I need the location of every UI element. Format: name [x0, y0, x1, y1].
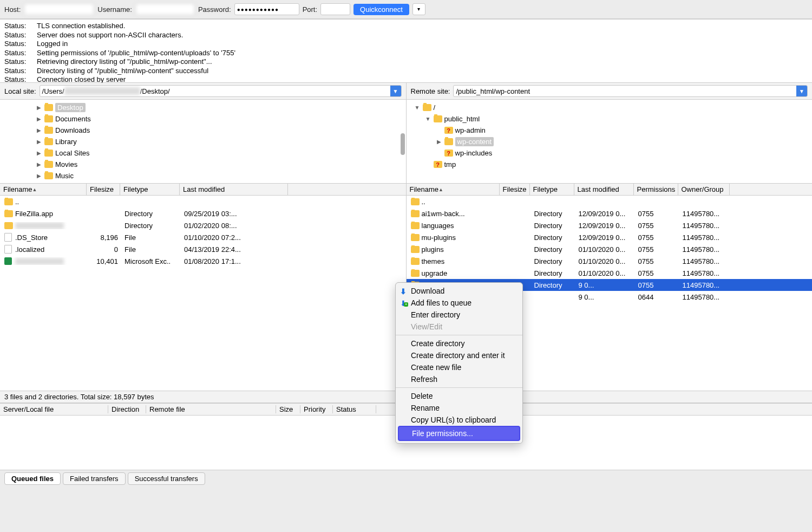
file-owner: 11495780...	[679, 269, 731, 277]
password-input[interactable]	[234, 3, 299, 15]
tab-successful-transfers[interactable]: Successful transfers	[128, 472, 205, 485]
tree-row[interactable]: ▼/	[407, 102, 813, 113]
ctx-enter-directory[interactable]: Enter directory	[396, 309, 522, 321]
disclosure-icon[interactable]: ▶	[36, 127, 42, 133]
folder-icon	[44, 150, 53, 157]
file-row[interactable]: mu-pluginsDirectory12/09/2019 0...075511…	[407, 231, 813, 243]
tree-row[interactable]: ▶Documents	[0, 113, 406, 125]
quickconnect-dropdown-button[interactable]: ▾	[412, 3, 425, 15]
disclosure-icon[interactable]: ▶	[36, 150, 42, 156]
file-name: mu-plugins	[422, 233, 456, 242]
ctx-add-to-queue[interactable]: ⬇+Add files to queue	[396, 297, 522, 309]
tree-row[interactable]: ▶Music	[0, 170, 406, 181]
disclosure-icon[interactable]: ▶	[36, 105, 42, 111]
file-modified: 09/25/2019 03:...	[181, 210, 289, 218]
file-name: ..	[422, 198, 425, 206]
ctx-create-directory-enter[interactable]: Create directory and enter it	[396, 349, 522, 361]
file-row[interactable]: FileZilla.appDirectory09/25/2019 03:...	[0, 207, 406, 219]
tree-row[interactable]: ▼public_html	[407, 113, 813, 125]
col-filesize[interactable]: Filesize	[87, 184, 120, 195]
tab-failed-transfers[interactable]: Failed transfers	[63, 472, 126, 485]
disclosure-icon[interactable]: ▼	[414, 105, 421, 111]
col-lastmodified[interactable]: Last modified	[180, 184, 288, 195]
ctx-delete[interactable]: Delete	[396, 390, 522, 402]
remote-path-input[interactable]: /public_html/wp-content ▼	[453, 85, 808, 97]
file-modified: 12/09/2019 0...	[575, 210, 635, 218]
tree-row[interactable]: ▶Movies	[0, 159, 406, 170]
file-row[interactable]: languagesDirectory12/09/2019 0...0755114…	[407, 219, 813, 231]
local-file-headers[interactable]: Filename Filesize Filetype Last modified	[0, 184, 406, 196]
port-input[interactable]	[320, 3, 350, 15]
ctx-copy-url[interactable]: Copy URL(s) to clipboard	[396, 414, 522, 426]
disclosure-icon[interactable]: ▶	[36, 161, 42, 167]
file-row[interactable]: pluginsDirectory01/10/2020 0...075511495…	[407, 243, 813, 255]
tree-row[interactable]: ?tmp	[407, 159, 813, 170]
file-type: File	[121, 245, 181, 254]
disclosure-icon[interactable]: ▶	[436, 139, 442, 145]
col-filename[interactable]: Filename	[0, 184, 87, 195]
file-type: Directory	[121, 210, 181, 218]
port-label: Port:	[303, 5, 317, 14]
tree-row[interactable]: ?wp-admin	[407, 125, 813, 136]
log-label: Status:	[4, 67, 37, 76]
disclosure-icon[interactable]: ▶	[36, 173, 42, 179]
file-row[interactable]: ..	[407, 196, 813, 207]
ctx-file-permissions[interactable]: File permissions...	[398, 426, 520, 441]
col-direction[interactable]: Direction	[108, 405, 146, 413]
disclosure-icon[interactable]: ▶	[36, 139, 42, 145]
local-file-list[interactable]: ..FileZilla.appDirectory09/25/2019 03:..…	[0, 196, 406, 391]
ctx-create-new-file[interactable]: Create new file	[396, 361, 522, 373]
remote-file-headers[interactable]: Filename Filesize Filetype Last modified…	[407, 184, 813, 196]
remote-tree[interactable]: ▼/▼public_html?wp-admin▶wp-content?wp-in…	[407, 100, 813, 184]
file-row[interactable]: ..	[0, 196, 406, 207]
col-server[interactable]: Server/Local file	[0, 405, 108, 413]
file-size: 0	[88, 245, 121, 254]
file-row[interactable]: .DS_Store8,196File01/10/2020 07:2...	[0, 231, 406, 243]
scrollbar-thumb[interactable]	[401, 133, 405, 155]
col-status[interactable]: Status	[333, 405, 376, 413]
file-modified: 9 0...	[575, 293, 635, 301]
disclosure-icon[interactable]: ▶	[36, 116, 42, 122]
disclosure-icon[interactable]: ▼	[425, 116, 431, 122]
file-row[interactable]: .localized0File04/13/2019 22:4...	[0, 243, 406, 255]
log-label: Status:	[4, 31, 37, 40]
tree-row[interactable]: ▶Library	[0, 136, 406, 147]
file-row[interactable]: 10,401Microsoft Exc..01/08/2020 17:1...	[0, 255, 406, 267]
file-row[interactable]: upgradeDirectory01/10/2020 0...075511495…	[407, 267, 813, 279]
ctx-create-directory[interactable]: Create directory	[396, 338, 522, 349]
file-row[interactable]: ai1wm-back...Directory12/09/2019 0...075…	[407, 207, 813, 219]
remote-path-dropdown-icon[interactable]: ▼	[796, 86, 807, 96]
ctx-download[interactable]: ⬇Download	[396, 285, 522, 297]
local-tree[interactable]: ▶Desktop▶Documents▶Downloads▶Library▶Loc…	[0, 100, 406, 184]
col-filesize[interactable]: Filesize	[500, 184, 530, 195]
col-remotefile[interactable]: Remote file	[146, 405, 276, 413]
file-perm: 0755	[635, 245, 679, 254]
tree-row[interactable]: ▶Downloads	[0, 125, 406, 136]
folder-icon	[44, 104, 53, 111]
col-filetype[interactable]: Filetype	[530, 184, 574, 195]
col-priority[interactable]: Priority	[300, 405, 333, 413]
file-row[interactable]: themesDirectory01/10/2020 0...0755114957…	[407, 255, 813, 267]
col-filetype[interactable]: Filetype	[120, 184, 180, 195]
col-lastmodified[interactable]: Last modified	[574, 184, 634, 195]
file-name: .localized	[15, 245, 44, 254]
ctx-refresh[interactable]: Refresh	[396, 373, 522, 385]
col-permissions[interactable]: Permissions	[634, 184, 678, 195]
file-row[interactable]: Directory01/02/2020 08:...	[0, 219, 406, 231]
tree-row[interactable]: ▶Desktop	[0, 102, 406, 113]
tree-row[interactable]: ?wp-includes	[407, 147, 813, 159]
username-input[interactable]	[135, 3, 195, 15]
local-path-input[interactable]: /Users//Desktop/ ▼	[40, 85, 402, 97]
local-path-dropdown-icon[interactable]: ▼	[390, 86, 401, 96]
col-size[interactable]: Size	[276, 405, 300, 413]
host-input[interactable]	[24, 3, 94, 15]
tree-row[interactable]: ▶Local Sites	[0, 147, 406, 159]
tree-row[interactable]: ▶wp-content	[407, 136, 813, 147]
tab-queued-files[interactable]: Queued files	[4, 472, 61, 485]
col-ownergroup[interactable]: Owner/Group	[678, 184, 730, 195]
file-modified: 9 0...	[575, 281, 635, 289]
ctx-rename[interactable]: Rename	[396, 402, 522, 414]
col-filename[interactable]: Filename	[407, 184, 500, 195]
folder-icon: ?	[444, 150, 453, 157]
quickconnect-button[interactable]: Quickconnect	[353, 4, 409, 15]
